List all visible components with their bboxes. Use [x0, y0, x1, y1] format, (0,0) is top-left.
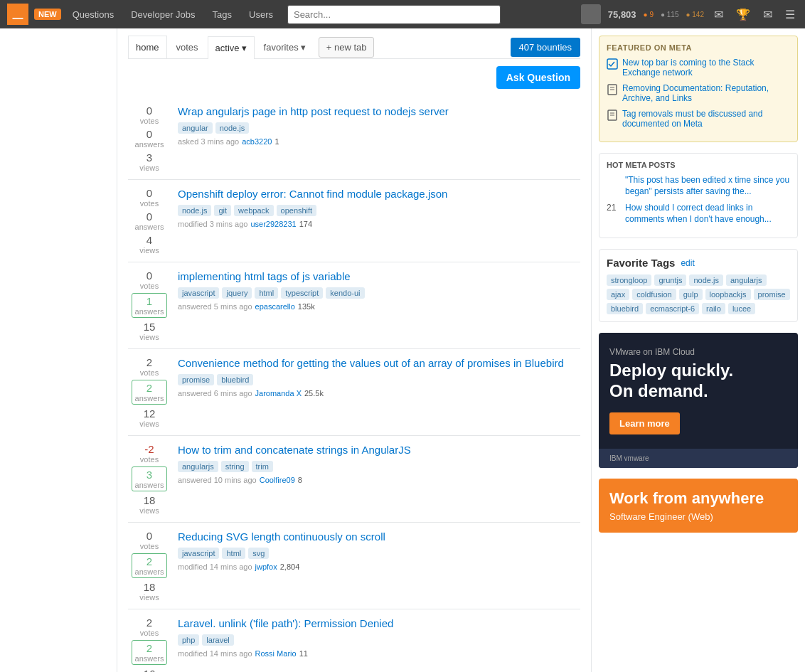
avatar[interactable] — [581, 4, 601, 24]
new-tab-label[interactable]: + new tab — [319, 37, 375, 58]
user-link[interactable]: Jaromanda X — [255, 389, 302, 398]
tag[interactable]: kendo-ui — [326, 287, 364, 299]
question-meta: answered 5 mins ago epascarello 135k — [178, 302, 580, 311]
header-row: Ask Question — [128, 66, 580, 89]
fav-tag[interactable]: gulp — [679, 289, 703, 300]
views-count: 15 views — [134, 321, 166, 341]
fav-tag[interactable]: ecmascript-6 — [646, 303, 699, 314]
tag[interactable]: php — [178, 634, 199, 646]
search-bar[interactable] — [287, 5, 501, 24]
hot-meta-posts: HOT META POSTS "This post has been edite… — [599, 153, 798, 238]
search-input[interactable] — [287, 5, 501, 24]
tag[interactable]: html — [255, 287, 278, 299]
user-link[interactable]: Coolfire09 — [260, 476, 295, 484]
tag[interactable]: angular — [178, 122, 213, 134]
views-count: 18 views — [134, 494, 166, 515]
question-title[interactable]: Wrap angularjs page in http post request… — [178, 105, 580, 119]
inbox-icon[interactable]: ✉ — [711, 6, 726, 23]
fav-tag[interactable]: strongloop — [607, 274, 651, 286]
question-meta: answered 10 mins ago Coolfire09 8 — [178, 476, 580, 484]
user-link[interactable]: epascarello — [255, 302, 295, 311]
question-title[interactable]: How to trim and concatenate strings in A… — [178, 443, 580, 457]
tab-votes[interactable]: votes — [169, 36, 206, 58]
tag[interactable]: promise — [178, 374, 214, 385]
tag[interactable]: javascript — [178, 548, 219, 559]
question-item: 2 votes 2 answers 12 views Convenience m… — [128, 349, 580, 436]
tag[interactable]: string — [221, 461, 249, 472]
tag[interactable]: git — [214, 205, 231, 216]
question-item: 0 votes 0 answers 3 views Wrap angularjs… — [128, 97, 580, 180]
user-rep: 25.5k — [304, 389, 324, 398]
user-link[interactable]: Rossi Mario — [255, 649, 297, 658]
work-from-anywhere-banner[interactable]: Work from anywhere Software Engineer (We… — [599, 479, 798, 533]
tag[interactable]: trim — [252, 461, 273, 472]
edit-fav-tags-link[interactable]: edit — [681, 258, 694, 268]
hot-meta-item: "This post has been edited x time since … — [607, 175, 790, 197]
hot-meta-link[interactable]: How should I correct dead links in comme… — [625, 203, 790, 225]
nav-developer-jobs[interactable]: Developer Jobs — [125, 6, 201, 23]
fav-tag[interactable]: railo — [702, 303, 725, 314]
fav-tag[interactable]: lucee — [728, 303, 755, 314]
bounties-button[interactable]: 407 bounties — [511, 38, 580, 57]
nav-questions[interactable]: Questions — [67, 6, 120, 23]
tag[interactable]: html — [222, 548, 245, 559]
notifications-icon[interactable]: ✉ — [760, 6, 775, 23]
votes-count: -2 votes — [132, 443, 167, 464]
meta-action: asked 3 mins ago — [178, 137, 239, 146]
fav-tag[interactable]: gruntjs — [654, 274, 686, 286]
user-rep: 8 — [298, 476, 302, 484]
user-link[interactable]: acb3220 — [242, 137, 272, 146]
site-logo[interactable] — [7, 4, 28, 25]
fav-tag[interactable]: angularjs — [726, 274, 767, 286]
question-title[interactable]: Convenience method for getting the value… — [178, 356, 580, 370]
meta-action: modified 14 mins ago — [178, 649, 252, 658]
meta-action: answered 5 mins ago — [178, 302, 252, 311]
tag[interactable]: webpack — [234, 205, 273, 216]
tag[interactable]: jquery — [222, 287, 252, 299]
user-link[interactable]: user2928231 — [250, 220, 296, 228]
user-link[interactable]: jwpfox — [255, 562, 277, 571]
tag[interactable]: typescript — [281, 287, 323, 299]
fav-tag[interactable]: bluebird — [607, 303, 643, 314]
question-title[interactable]: Openshift deploy error: Cannot find modu… — [178, 187, 580, 201]
question-title[interactable]: Laravel. unlink ('file path'): Permissio… — [178, 617, 580, 631]
tag[interactable]: bluebird — [217, 374, 253, 385]
svg-rect-1 — [15, 9, 21, 11]
meta-link[interactable]: New top bar is coming to the Stack Excha… — [622, 58, 790, 78]
hot-meta-number: 21 — [607, 203, 621, 213]
tag[interactable]: openshift — [277, 205, 317, 216]
question-meta: asked 3 mins ago acb3220 1 — [178, 137, 580, 146]
tab-favorites[interactable]: favorites ▾ — [256, 36, 314, 58]
nav-tags[interactable]: Tags — [207, 6, 238, 23]
fav-tag[interactable]: promise — [754, 289, 790, 300]
svg-rect-0 — [13, 18, 23, 19]
tag[interactable]: svg — [248, 548, 269, 559]
hot-meta-link[interactable]: "This post has been edited x time since … — [625, 175, 790, 197]
fav-tag[interactable]: ajax — [607, 289, 629, 300]
tab-home[interactable]: home — [128, 36, 167, 58]
votes-count: 0 votes — [132, 105, 167, 125]
ad-learn-more-button[interactable]: Learn more — [609, 412, 680, 434]
tab-active[interactable]: active ▾ — [208, 36, 255, 59]
checkbox-icon — [607, 58, 618, 70]
question-title[interactable]: Reducing SVG length continuously on scro… — [178, 530, 580, 544]
tag[interactable]: angularjs — [178, 461, 218, 472]
hamburger-icon[interactable]: ☰ — [782, 6, 798, 23]
meta-link[interactable]: Tag removals must be discussed and docum… — [622, 109, 790, 129]
fav-tag[interactable]: loopbackjs — [705, 289, 751, 300]
meta-link[interactable]: Removing Documentation: Reputation, Arch… — [622, 83, 790, 103]
answers-count: 0 answers — [132, 210, 167, 231]
question-meta: modified 14 mins ago jwpfox 2,804 — [178, 562, 580, 571]
fav-tags-header: Favorite Tags edit — [607, 257, 790, 269]
fav-tag[interactable]: coldfusion — [632, 289, 676, 300]
nav-users[interactable]: Users — [243, 6, 279, 23]
question-title[interactable]: implementing html tags of js variable — [178, 270, 580, 284]
tag[interactable]: node.js — [178, 205, 211, 216]
achievements-icon[interactable]: 🏆 — [733, 6, 753, 23]
tag[interactable]: node.js — [215, 122, 249, 134]
ad-footer-brand: IBM vmware — [609, 454, 649, 462]
fav-tag[interactable]: node.js — [689, 274, 723, 286]
tag[interactable]: laravel — [202, 634, 233, 646]
ask-question-button[interactable]: Ask Question — [496, 66, 580, 89]
tag[interactable]: javascript — [178, 287, 219, 299]
